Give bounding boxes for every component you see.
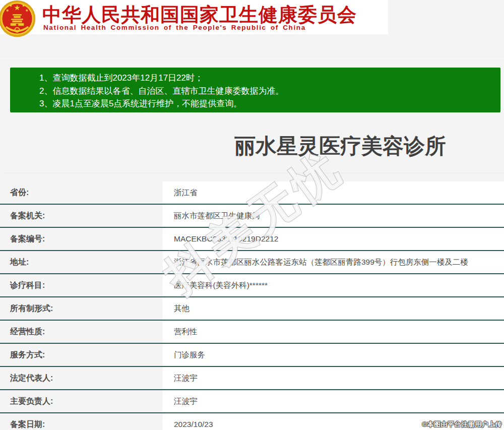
- table-row-service-mode: 服务方式: 门诊服务: [0, 344, 504, 367]
- row-label: 省份:: [0, 181, 163, 204]
- row-label: 法定代表人:: [0, 367, 163, 389]
- row-value: 医疗美容科(美容外科)******: [163, 274, 504, 296]
- row-value: 浙江省: [163, 181, 504, 204]
- table-row-ownership: 所有制形式: 其他: [0, 297, 504, 321]
- row-value: 浙江省丽水市莲都区丽水公路客运东站（莲都区丽青路399号）行包房东侧一楼及二楼: [163, 251, 504, 273]
- row-value: 其他: [163, 297, 504, 320]
- record-table: 省份: 浙江省 备案机关: 丽水市莲都区卫生健康局 备案编号: MACEKBC2…: [0, 181, 504, 430]
- row-label: 服务方式:: [0, 344, 163, 366]
- record-title: 丽水星灵医疗美容诊所: [234, 132, 446, 160]
- row-value: 门诊服务: [163, 344, 504, 366]
- row-label: 诊疗科目:: [0, 274, 163, 296]
- row-value: 汪波宇: [163, 367, 504, 389]
- row-label: 所有制形式:: [0, 297, 163, 320]
- row-value: 汪波宇: [163, 390, 504, 412]
- table-row-province: 省份: 浙江省: [0, 181, 504, 205]
- china-national-emblem-icon: [0, 0, 36, 37]
- row-value: 营利性: [163, 321, 504, 343]
- row-value: MACEKBC2333110219D2212: [163, 228, 504, 250]
- header-title-en: National Health Commission of the People…: [43, 24, 306, 31]
- notice-line-2: 2、信息数据结果以各省、自治区、直辖市卫生健康委数据为准。: [39, 85, 495, 98]
- row-label: 主要负责人:: [0, 390, 163, 412]
- row-label: 备案编号:: [0, 228, 163, 250]
- notice-box: 1、查询数据截止到2023年12月17日22时； 2、信息数据结果以各省、自治区…: [10, 68, 500, 112]
- table-row-filing-number: 备案编号: MACEKBC2333110219D2212: [0, 228, 504, 251]
- table-row-filing-authority: 备案机关: 丽水市莲都区卫生健康局: [0, 205, 504, 228]
- table-row-business-nature: 经营性质: 营利性: [0, 321, 504, 344]
- row-label: 备案日期:: [0, 413, 163, 430]
- header-bar: 中华人民共和国国家卫生健康委员会 National Health Commiss…: [0, 0, 388, 34]
- table-top-divider: [5, 173, 504, 173]
- header-divider: [0, 58, 504, 58]
- row-label: 经营性质:: [0, 321, 163, 343]
- table-row-treatment-subjects: 诊疗科目: 医疗美容科(美容外科)******: [0, 274, 504, 297]
- row-label: 备案机关:: [0, 205, 163, 227]
- page: 中华人民共和国国家卫生健康委员会 National Health Commiss…: [0, 0, 504, 430]
- notice-line-3: 3、凌晨1点至凌晨5点系统进行维护，不能提供查询。: [39, 97, 495, 110]
- table-row-address: 地址: 浙江省丽水市莲都区丽水公路客运东站（莲都区丽青路399号）行包房东侧一楼…: [0, 251, 504, 274]
- row-label: 地址:: [0, 251, 163, 273]
- upload-credit-text: ©本图由平台注册用户上传: [422, 420, 502, 429]
- row-value: 丽水市莲都区卫生健康局: [163, 205, 504, 227]
- table-row-legal-representative: 法定代表人: 汪波宇: [0, 367, 504, 390]
- table-row-main-person-in-charge: 主要负责人: 汪波宇: [0, 390, 504, 413]
- notice-line-1: 1、查询数据截止到2023年12月17日22时；: [39, 72, 495, 85]
